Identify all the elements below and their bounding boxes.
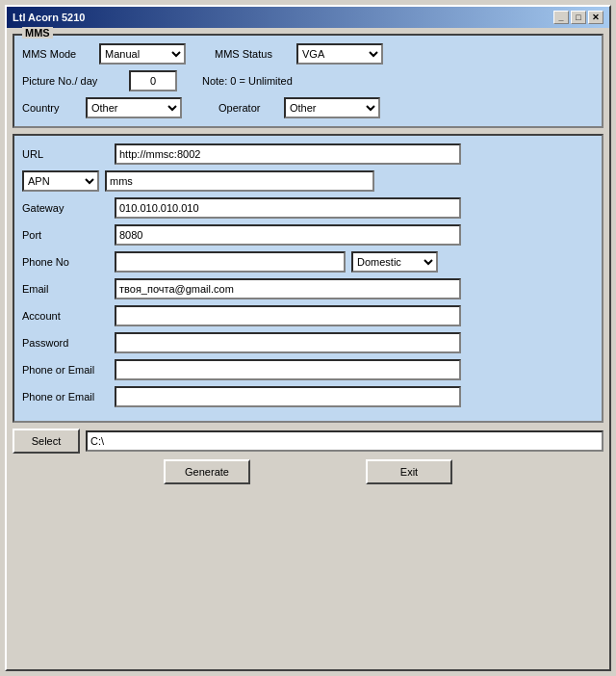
path-input[interactable] (86, 430, 603, 452)
mms-group-label: MMS (22, 27, 53, 39)
port-row: Port (22, 224, 594, 246)
close-button[interactable]: ✕ (588, 11, 603, 24)
phone-email2-label: Phone or Email (22, 391, 109, 403)
generate-exit-row: Generate Exit (13, 459, 603, 484)
form-area: URL APN Gateway Port Pho (13, 134, 603, 423)
email-row: Email (22, 278, 594, 299)
apn-select[interactable]: APN (22, 170, 99, 192)
account-label: Account (22, 310, 109, 322)
title-bar-buttons: _ □ ✕ (553, 11, 603, 24)
pic-row: Picture No./ day Note: 0 = Unlimited (22, 70, 594, 91)
phone-email1-row: Phone or Email (22, 359, 594, 380)
maximize-button[interactable]: □ (571, 11, 586, 24)
mms-mode-label: MMS Mode (22, 48, 90, 60)
phone-email1-input[interactable] (115, 359, 461, 380)
phone-email1-label: Phone or Email (22, 364, 109, 376)
generate-button[interactable]: Generate (164, 459, 250, 484)
domestic-select[interactable]: Domestic International (351, 251, 438, 273)
mms-status-label: MMS Status (215, 48, 287, 60)
operator-select[interactable]: Other (284, 97, 380, 118)
phone-row: Phone No Domestic International (22, 251, 594, 273)
phone-input[interactable] (115, 251, 346, 273)
url-input[interactable] (115, 143, 461, 165)
password-label: Password (22, 337, 109, 349)
port-label: Port (22, 229, 109, 241)
mms-group-box: MMS MMS Mode Manual MMS Status VGA Pictu… (13, 34, 603, 128)
window-title: Ltl Acorn 5210 (13, 12, 85, 23)
apn-row: APN (22, 170, 594, 192)
gateway-row: Gateway (22, 197, 594, 219)
phone-label: Phone No (22, 256, 109, 268)
mms-mode-row: MMS Mode Manual MMS Status VGA (22, 43, 594, 65)
content-area: MMS MMS Mode Manual MMS Status VGA Pictu… (7, 28, 609, 490)
note-text: Note: 0 = Unlimited (202, 75, 293, 87)
mms-status-select[interactable]: VGA (296, 43, 383, 65)
apn-input[interactable] (105, 170, 374, 192)
gateway-label: Gateway (22, 202, 109, 214)
phone-email2-input[interactable] (115, 386, 461, 407)
gateway-input[interactable] (115, 197, 461, 219)
password-input[interactable] (115, 332, 461, 353)
url-row: URL (22, 143, 594, 165)
mms-mode-select[interactable]: Manual (99, 43, 186, 65)
title-bar: Ltl Acorn 5210 _ □ ✕ (7, 7, 609, 28)
password-row: Password (22, 332, 594, 353)
email-input[interactable] (115, 278, 461, 299)
email-label: Email (22, 283, 109, 295)
country-row: Country Other Operator Other (22, 97, 594, 118)
account-input[interactable] (115, 305, 461, 326)
minimize-button[interactable]: _ (553, 11, 569, 24)
exit-button[interactable]: Exit (366, 459, 452, 484)
select-button[interactable]: Select (13, 429, 80, 454)
operator-label: Operator (218, 102, 276, 114)
country-label: Country (22, 102, 78, 114)
pic-input[interactable] (129, 70, 177, 91)
pic-label: Picture No./ day (22, 75, 123, 87)
account-row: Account (22, 305, 594, 326)
url-label: URL (22, 148, 109, 160)
port-input[interactable] (115, 224, 461, 246)
country-select[interactable]: Other (86, 97, 182, 118)
select-row: Select (13, 429, 603, 454)
phone-email2-row: Phone or Email (22, 386, 594, 407)
main-window: Ltl Acorn 5210 _ □ ✕ MMS MMS Mode Manual… (5, 5, 611, 671)
